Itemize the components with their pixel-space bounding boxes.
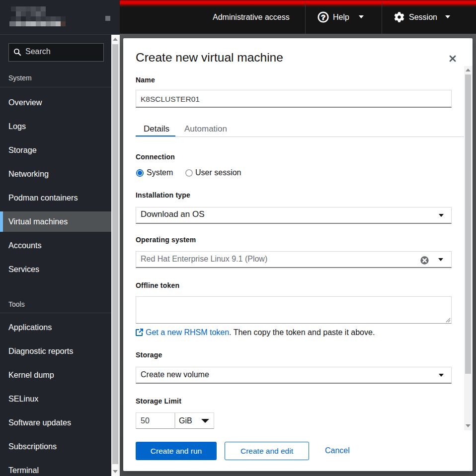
svg-text:?: ?	[321, 13, 325, 21]
